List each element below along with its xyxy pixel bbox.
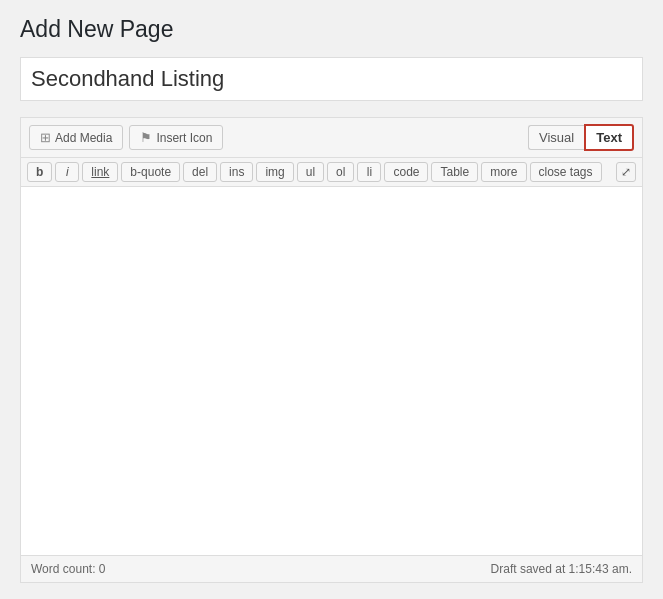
ol-btn[interactable]: ol [327, 162, 354, 182]
page-title: Add New Page [20, 16, 643, 43]
ins-btn[interactable]: ins [220, 162, 253, 182]
word-count: Word count: 0 [31, 562, 106, 576]
insert-icon-button[interactable]: Insert Icon [129, 125, 223, 150]
word-count-value: 0 [99, 562, 106, 576]
li-btn[interactable]: li [357, 162, 381, 182]
more-btn[interactable]: more [481, 162, 526, 182]
del-btn[interactable]: del [183, 162, 217, 182]
editor-footer: Word count: 0 Draft saved at 1:15:43 am. [21, 555, 642, 582]
bquote-btn[interactable]: b-quote [121, 162, 180, 182]
editor-top-left: Add Media Insert Icon [29, 125, 223, 150]
editor-container: Add Media Insert Icon Visual Text b i li… [20, 117, 643, 583]
editor-tabs: Visual Text [528, 124, 634, 151]
editor-top-bar: Add Media Insert Icon Visual Text [21, 118, 642, 158]
add-media-label: Add Media [55, 131, 112, 145]
tab-visual[interactable]: Visual [528, 125, 584, 150]
draft-saved: Draft saved at 1:15:43 am. [491, 562, 632, 576]
tab-text[interactable]: Text [584, 124, 634, 151]
link-btn[interactable]: link [82, 162, 118, 182]
ul-btn[interactable]: ul [297, 162, 324, 182]
expand-button[interactable]: ⤢ [616, 162, 636, 182]
insert-icon-label: Insert Icon [156, 131, 212, 145]
add-media-button[interactable]: Add Media [29, 125, 123, 150]
img-btn[interactable]: img [256, 162, 293, 182]
expand-icon: ⤢ [621, 165, 631, 179]
page-title-input[interactable] [20, 57, 643, 101]
table-btn[interactable]: Table [431, 162, 478, 182]
bold-btn[interactable]: b [27, 162, 52, 182]
media-icon [40, 130, 51, 145]
editor-textarea[interactable] [21, 187, 642, 555]
word-count-label: Word count: [31, 562, 95, 576]
toolbar-row: b i link b-quote del ins img ul ol li co… [21, 158, 642, 187]
flag-icon [140, 130, 152, 145]
close-tags-btn[interactable]: close tags [530, 162, 602, 182]
code-btn[interactable]: code [384, 162, 428, 182]
page-wrapper: Add New Page Add Media Insert Icon Visua… [0, 0, 663, 599]
italic-btn[interactable]: i [55, 162, 79, 182]
